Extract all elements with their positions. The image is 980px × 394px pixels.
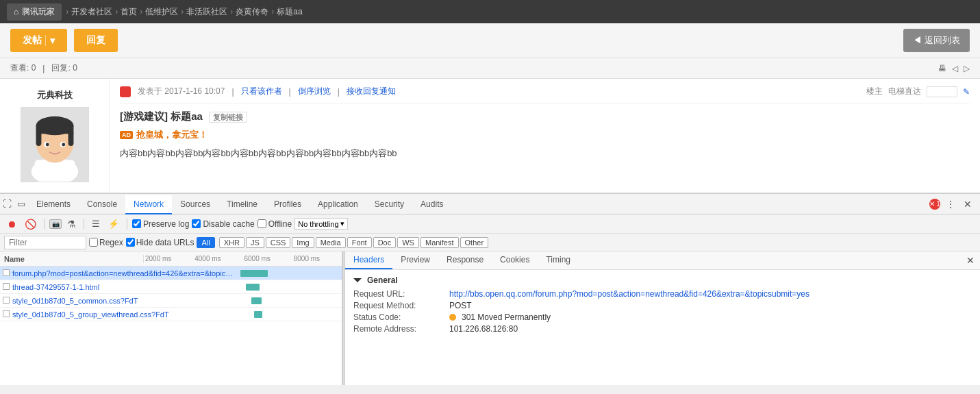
view-waterfall-icon[interactable]: ⚡ [105,217,122,230]
filter-all-btn[interactable]: All [197,237,214,248]
filter-img[interactable]: Img [292,237,314,248]
request-method-val: POST [449,301,972,310]
tab-console[interactable]: Console [79,195,125,214]
filter-doc[interactable]: Doc [373,237,397,248]
elevator-input[interactable] [927,86,957,97]
filter-manifest[interactable]: Manifest [420,237,459,248]
breadcrumb-inactive[interactable]: 非活跃社区 [186,6,227,18]
devtools-menu-icon[interactable]: ⋮ [943,197,958,211]
filter-xhr[interactable]: XHR [219,237,244,248]
throttling-value: No throttling [298,220,338,228]
svg-rect-8 [68,131,73,146]
detail-tab-response[interactable]: Response [438,251,492,269]
filter-type-buttons: XHR JS CSS Img Media Font Doc WS Manifes… [219,237,488,248]
detail-tab-headers[interactable]: Headers [345,251,392,269]
devtools-dock-icon[interactable]: ▭ [14,197,28,210]
breadcrumb-sep0: › [66,7,68,16]
tab-sources[interactable]: Sources [172,195,218,214]
post-title-area: [游戏建议] 标题aa 复制链接 [120,110,970,123]
user-name: 元典科技 [7,89,102,101]
back-button[interactable]: ◀ 返回列表 [903,29,970,52]
tab-timeline[interactable]: Timeline [218,195,266,214]
filter-bar: Regex Hide data URLs All XHR JS CSS Img … [0,234,980,251]
tab-profiles[interactable]: Profiles [266,195,310,214]
print-icon[interactable]: 🖶 [938,64,946,73]
controls-sep2 [84,219,84,230]
post-dropdown-icon[interactable]: ▾ [45,35,55,46]
view-list-icon[interactable]: ☰ [89,217,103,230]
hide-data-urls-checkbox[interactable] [126,238,135,247]
regex-checkbox[interactable] [89,238,98,247]
clear-btn[interactable]: 🚫 [22,217,39,231]
table-row[interactable]: forum.php?mod=post&action=newthread&fid=… [0,267,342,280]
devtools-toggle-icon[interactable]: ⛶ [0,197,14,210]
copy-link-tag[interactable]: 复制链接 [209,112,247,123]
disable-cache-checkbox[interactable] [192,219,201,228]
network-left-panel: Name 2000 ms 4000 ms 6000 ms 8000 ms for… [0,251,342,385]
filter-media[interactable]: Media [316,237,346,248]
close-detail-icon[interactable]: ✕ [961,252,980,269]
request-url-row: Request URL: http://bbs.open.qq.com/foru… [353,289,972,299]
breadcrumb-home[interactable]: 首页 [121,6,137,18]
next-icon[interactable]: ▷ [964,64,970,73]
filter-input[interactable] [4,236,86,249]
filter-css[interactable]: CSS [266,237,291,248]
filter-other[interactable]: Other [460,237,489,248]
tab-application[interactable]: Application [310,195,366,214]
detail-tab-timing[interactable]: Timing [538,251,579,269]
table-row[interactable]: style_0d1b87d0_5_common.css?FdT [0,294,342,308]
preserve-log-label[interactable]: Preserve log [132,219,189,229]
house-icon: ⌂ [14,7,18,16]
regex-label[interactable]: Regex [89,238,123,247]
filter-js[interactable]: JS [246,237,264,248]
filter-ws[interactable]: WS [397,237,419,248]
edit-icon[interactable]: ✎ [963,87,970,97]
reverse-view-link[interactable]: 倒序浏览 [298,86,331,97]
tab-elements[interactable]: Elements [28,195,79,214]
row-icon-wrapper [0,310,10,319]
waterfall-bar-2 [239,294,342,308]
detail-tabs: Headers Preview Response Cookies Timing [345,251,579,269]
status-code-row: Status Code: 301 Moved Permanently [353,312,972,322]
offline-label[interactable]: Offline [257,219,292,229]
detail-tab-cookies[interactable]: Cookies [492,251,538,269]
action-bar: 发帖 ▾ 回复 ◀ 返回列表 [0,23,980,58]
meta-sep3: | [338,87,340,97]
table-row[interactable]: style_0d1b87d0_5_group_viewthread.css?Fd… [0,308,342,321]
breadcrumb-game[interactable]: 炎黄传奇 [236,6,268,18]
file-type-icon [3,310,10,317]
throttling-select-wrapper[interactable]: No throttling ▾ [294,218,347,230]
detail-tab-preview[interactable]: Preview [392,251,438,269]
filter-icon-btn[interactable]: ⚗ [64,217,79,231]
preserve-log-checkbox[interactable] [132,219,141,228]
only-author-link[interactable]: 只看该作者 [241,86,282,97]
ad-icon: AD [120,131,133,139]
tick-2: 6000 ms [243,255,292,262]
prev-icon[interactable]: ◁ [952,64,958,73]
hide-data-urls-label[interactable]: Hide data URLs [126,238,194,247]
tab-network[interactable]: Network [125,195,172,214]
timeline-ruler: Name 2000 ms 4000 ms 6000 ms 8000 ms [0,251,342,267]
post-button[interactable]: 发帖 ▾ [10,29,67,52]
record-btn[interactable]: ⏺ [4,217,19,231]
svg-rect-6 [36,126,73,134]
reply-button[interactable]: 回复 [74,29,118,52]
devtools-close-icon[interactable]: ✕ [961,197,975,211]
breadcrumb-dev[interactable]: 开发者社区 [71,6,112,18]
request-method-key: Request Method: [353,301,449,310]
breadcrumb-low[interactable]: 低维护区 [145,6,178,18]
capture-screenshots-icon[interactable]: 📷 [49,219,62,229]
reply-count: 回复: 0 [51,62,77,74]
network-main: Name 2000 ms 4000 ms 6000 ms 8000 ms for… [0,251,980,385]
tab-security[interactable]: Security [366,195,412,214]
table-row[interactable]: thread-37429557-1-1.html [0,280,342,294]
site-brand[interactable]: ⌂ 腾讯玩家 [7,3,62,21]
breadcrumb-current: 标题aa [277,6,302,18]
offline-checkbox[interactable] [257,219,266,228]
tab-audits[interactable]: Audits [412,195,451,214]
disable-cache-label[interactable]: Disable cache [192,219,254,229]
file-name-0: forum.php?mod=post&action=newthread&fid=… [10,269,239,278]
reply-notify-link[interactable]: 接收回复通知 [347,86,396,97]
filter-font[interactable]: Font [347,237,372,248]
floor-label: 楼主 [866,86,883,97]
